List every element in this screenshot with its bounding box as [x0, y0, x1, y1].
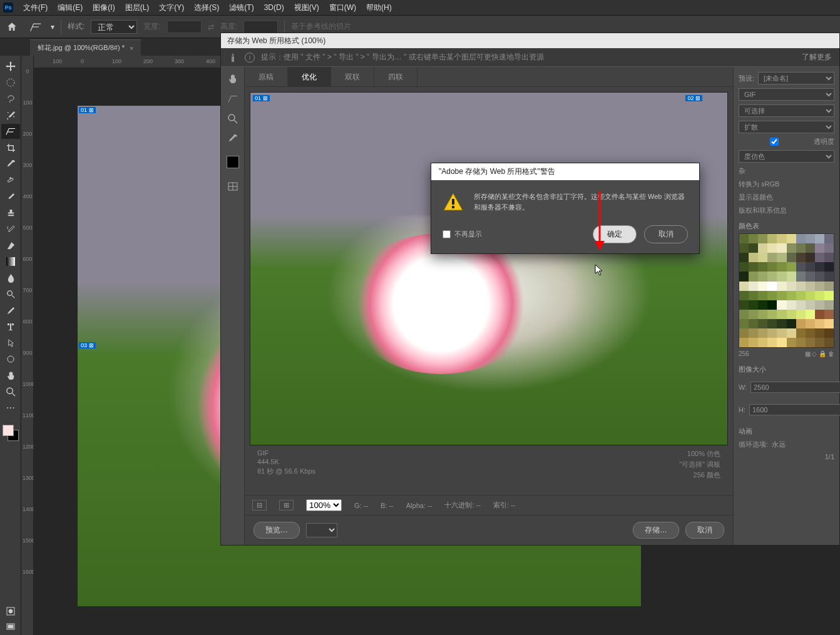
color-swatch-cell[interactable] — [749, 262, 758, 272]
screenmode-tool[interactable] — [1, 619, 20, 634]
menu-window[interactable]: 窗口(W) — [324, 3, 361, 13]
brush-tool[interactable] — [1, 189, 20, 204]
color-swatch-cell[interactable] — [749, 310, 758, 319]
color-swatch-cell[interactable] — [777, 282, 786, 291]
type-tool[interactable] — [1, 319, 20, 334]
blur-tool[interactable] — [1, 270, 20, 285]
color-swatch-cell[interactable] — [758, 310, 767, 319]
color-swatch-cell[interactable] — [749, 272, 758, 281]
color-swatch-cell[interactable] — [796, 291, 806, 300]
color-swatch-cell[interactable] — [815, 282, 824, 291]
color-swatch-cell[interactable] — [815, 272, 824, 281]
color-swatch-cell[interactable] — [749, 300, 758, 310]
color-swatch-cell[interactable] — [824, 243, 834, 253]
color-table-grid[interactable] — [739, 233, 834, 348]
color-swatch-cell[interactable] — [796, 310, 806, 319]
format-select[interactable]: GIF — [739, 88, 834, 101]
sfw-eyedropper-tool[interactable] — [225, 131, 241, 147]
menu-layer[interactable]: 图层(L) — [120, 3, 155, 13]
color-swatch-cell[interactable] — [815, 234, 824, 243]
sfw-tab-original[interactable]: 原稿 — [245, 67, 288, 86]
magic-wand-tool[interactable] — [1, 108, 20, 123]
color-swatch-cell[interactable] — [796, 328, 806, 338]
color-swatch-cell[interactable] — [796, 262, 806, 272]
edit-toolbar[interactable]: ⋯ — [1, 400, 20, 415]
color-swatch-cell[interactable] — [758, 262, 767, 272]
style-select[interactable]: 正常 — [91, 20, 137, 34]
dont-show-checkbox[interactable] — [443, 230, 451, 238]
color-swatch-cell[interactable] — [777, 328, 786, 338]
color-swatch-cell[interactable] — [777, 291, 786, 300]
color-swatch-cell[interactable] — [796, 253, 806, 262]
sfw-zoom-tool[interactable] — [225, 111, 241, 127]
color-swatch-cell[interactable] — [767, 243, 777, 253]
sfw-slice-marker[interactable]: 01 ⊠ — [253, 95, 270, 101]
zoom-tool[interactable] — [1, 384, 20, 399]
marquee-tool[interactable] — [1, 75, 20, 90]
preset-select[interactable]: [未命名] — [758, 72, 834, 84]
color-swatch-cell[interactable] — [824, 300, 834, 310]
color-swatch-cell[interactable] — [758, 243, 767, 253]
color-swatch-cell[interactable] — [777, 253, 786, 262]
close-icon[interactable]: × — [130, 44, 133, 52]
color-swatch-cell[interactable] — [796, 300, 806, 310]
move-tool[interactable] — [1, 59, 20, 74]
color-swatch-cell[interactable] — [739, 243, 749, 253]
cancel-button[interactable]: 取消 — [644, 225, 688, 243]
menu-help[interactable]: 帮助(H) — [361, 3, 397, 13]
color-swatch-cell[interactable] — [739, 328, 749, 338]
color-swatch-cell[interactable] — [787, 234, 796, 243]
sfw-preview-button[interactable]: 预览… — [254, 522, 300, 539]
color-swatch-cell[interactable] — [806, 310, 815, 319]
color-swatch-cell[interactable] — [796, 282, 806, 291]
color-swatch-cell[interactable] — [806, 300, 815, 310]
color-swatch-cell[interactable] — [806, 328, 815, 338]
color-swatch-cell[interactable] — [758, 272, 767, 281]
color-swatch-cell[interactable] — [787, 310, 796, 319]
color-swatch-cell[interactable] — [806, 243, 815, 253]
transparency-checkbox[interactable] — [739, 138, 810, 146]
menu-image[interactable]: 图像(I) — [88, 3, 120, 13]
healing-brush-tool[interactable] — [1, 173, 20, 188]
color-swatch-cell[interactable] — [787, 253, 796, 262]
shape-tool[interactable] — [1, 352, 20, 367]
color-swatch-cell[interactable] — [739, 319, 749, 328]
color-swatch-cell[interactable] — [824, 234, 834, 243]
slice-marker[interactable]: 03 ⊠ — [79, 342, 96, 348]
color-swatch-cell[interactable] — [767, 291, 777, 300]
color-swatch-cell[interactable] — [749, 253, 758, 262]
learn-more-link[interactable]: 了解更多 — [802, 52, 832, 63]
color-swatch-cell[interactable] — [796, 319, 806, 328]
sfw-tab-2up[interactable]: 双联 — [331, 67, 374, 86]
color-swatch-cell[interactable] — [796, 234, 806, 243]
color-swatch-cell[interactable] — [749, 328, 758, 338]
color-swatch-cell[interactable] — [758, 282, 767, 291]
color-swatch-cell[interactable] — [787, 319, 796, 328]
color-swatch-cell[interactable] — [815, 319, 824, 328]
color-swatch-cell[interactable] — [824, 282, 834, 291]
sfw-tab-4up[interactable]: 四联 — [374, 67, 417, 86]
slice-marker[interactable]: 01 ⊠ — [79, 107, 96, 113]
sfw-preview-area[interactable]: 01 ⊠ 02 ⊠ GIF 444.5K 81 秒 @ 56.6 Kbps 10… — [245, 87, 733, 495]
slice-tool[interactable] — [1, 124, 20, 139]
color-swatch-cell[interactable] — [739, 300, 749, 310]
color-swatch-cell[interactable] — [824, 262, 834, 272]
menu-filter[interactable]: 滤镜(T) — [224, 3, 259, 13]
color-swatch-cell[interactable] — [815, 310, 824, 319]
color-swatch-cell[interactable] — [796, 272, 806, 281]
color-swatch-cell[interactable] — [767, 338, 777, 347]
color-swatch-cell[interactable] — [777, 338, 786, 347]
color-swatch-cell[interactable] — [824, 319, 834, 328]
pen-tool[interactable] — [1, 303, 20, 318]
color-swatch-cell[interactable] — [815, 300, 824, 310]
color-swatch-cell[interactable] — [767, 310, 777, 319]
color-swatch-cell[interactable] — [824, 338, 834, 347]
color-swatch-cell[interactable] — [796, 338, 806, 347]
color-swatch-cell[interactable] — [787, 282, 796, 291]
sfw-tab-optimized[interactable]: 优化 — [288, 67, 331, 86]
width-input[interactable] — [750, 382, 840, 393]
menu-select[interactable]: 选择(S) — [189, 3, 224, 13]
color-swatch-cell[interactable] — [815, 243, 824, 253]
color-swatch-cell[interactable] — [739, 291, 749, 300]
color-swatch-cell[interactable] — [767, 300, 777, 310]
